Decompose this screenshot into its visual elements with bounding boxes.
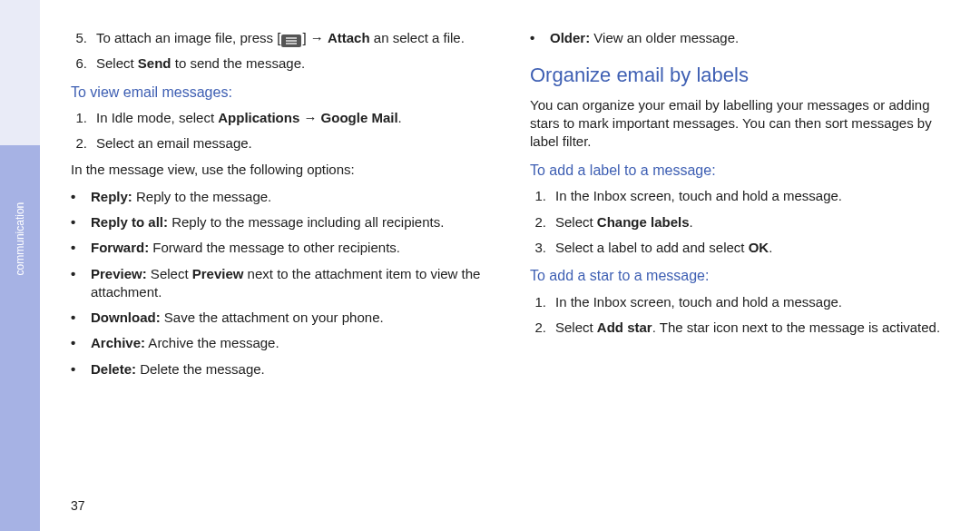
step-3: 3. Select a label to add and select OK. [530,239,953,257]
continued-steps-list: 5. To attach an image file, press [] → A… [71,29,494,74]
bold-text: Forward: [91,240,149,255]
text-frag: . The star icon next to the message is a… [652,320,940,335]
bold-text: Attach [328,30,370,45]
step-2: 2. Select Add star. The star icon next t… [530,319,953,337]
text-frag: . [398,110,402,125]
text-frag: Select [96,55,138,71]
list-item: • Download: Save the attachment on your … [71,309,494,327]
subheading-add-star: To add a star to a message: [530,266,953,286]
bold-text: Reply to all: [91,214,168,230]
text-frag: Save the attachment on your phone. [161,310,384,325]
label-steps-list: 1. In the Inbox screen, touch and hold a… [530,187,953,257]
star-steps-list: 1. In the Inbox screen, touch and hold a… [530,293,953,338]
list-text: Delete: Delete the message. [91,360,494,379]
step-1: 1. In the Inbox screen, touch and hold a… [530,293,953,311]
page-number: 37 [71,497,85,515]
step-number: 5. [71,29,87,47]
step-2: 2. Select an email message. [71,134,494,152]
text-frag: . [769,240,772,255]
bullet-icon: • [71,188,82,206]
bold-text: Older: [550,30,590,45]
bold-text: Add star [597,320,652,335]
bold-text: Preview: [91,266,147,281]
step-text: In Idle mode, select Applications → Goog… [96,109,494,127]
menu-icon [281,34,301,47]
step-text: Select Add star. The star icon next to t… [555,319,953,337]
text-frag: Select a label to add and select [555,240,749,255]
bullet-icon: • [530,29,541,47]
text-frag: To attach an image file, press [ [96,30,280,45]
step-number: 1. [530,293,546,311]
text-frag: Reply to the message including all recip… [168,214,444,230]
step-1: 1. In the Inbox screen, touch and hold a… [530,187,953,205]
bold-text: OK [749,240,769,255]
options-intro: In the message view, use the following o… [71,161,494,179]
list-item: • Delete: Delete the message. [71,360,494,379]
text-frag: Forward the message to other recipients. [149,240,400,255]
right-column: • Older: View an older message. Organize… [530,29,953,513]
step-text: In the Inbox screen, touch and hold a me… [555,293,953,311]
list-text: Archive: Archive the message. [91,334,494,352]
step-text: Select Send to send the message. [96,54,494,73]
text-frag: Select [147,266,192,281]
step-text: Select a label to add and select OK. [555,239,953,257]
list-text: Download: Save the attachment on your ph… [91,309,494,327]
bold-text: Delete: [91,361,136,377]
text-frag: . [690,214,693,230]
bullet-icon: • [71,213,82,231]
step-number: 1. [530,187,546,205]
organize-intro: You can organize your email by labelling… [530,96,953,152]
page-body: 5. To attach an image file, press [] → A… [71,29,953,513]
step-number: 2. [530,319,546,337]
text-frag: Archive the message. [145,335,279,350]
step-text: To attach an image file, press [] → Atta… [96,29,494,47]
options-list-cont: • Older: View an older message. [530,29,953,47]
list-text: Older: View an older message. [550,29,953,47]
side-tab-pale [0,0,40,145]
step-2: 2. Select Change labels. [530,213,953,231]
step-text: In the Inbox screen, touch and hold a me… [555,187,953,205]
bold-text: Send [138,55,172,71]
step-text: Select Change labels. [555,213,953,231]
subheading-view-messages: To view email messages: [71,83,494,103]
bold-text: Archive: [91,335,145,350]
side-tab-label: communication [13,202,27,276]
bullet-icon: • [71,334,82,352]
step-number: 2. [71,134,87,152]
view-steps-list: 1. In Idle mode, select Applications → G… [71,109,494,153]
heading-organize: Organize email by labels [530,62,953,89]
text-frag: Delete the message. [136,361,265,377]
text-frag: Select [555,214,597,230]
list-item: • Archive: Archive the message. [71,334,494,352]
bold-text: Download: [91,310,161,325]
bold-text: Preview [192,266,244,281]
text-frag: In Idle mode, select [96,110,218,125]
list-item: • Forward: Forward the message to other … [71,239,494,257]
bold-text: Change labels [597,214,690,230]
text-frag: Reply to the message. [132,189,271,204]
step-number: 1. [71,109,87,127]
step-5: 5. To attach an image file, press [] → A… [71,29,494,47]
bullet-icon: • [71,265,82,302]
list-item: • Older: View an older message. [530,29,953,47]
bullet-icon: • [71,360,82,379]
text-frag: to send the message. [172,55,306,71]
step-6: 6. Select Send to send the message. [71,54,494,73]
bold-text: Applications → Google Mail [218,110,397,125]
left-column: 5. To attach an image file, press [] → A… [71,29,494,513]
text-frag: Select [555,320,597,335]
list-text: Forward: Forward the message to other re… [91,239,494,257]
list-item: • Preview: Select Preview next to the at… [71,265,494,302]
text-frag: View an older message. [590,30,739,45]
step-number: 3. [530,239,546,257]
subheading-add-label: To add a label to a message: [530,161,953,181]
bullet-icon: • [71,239,82,257]
bold-text: Reply: [91,189,132,204]
list-text: Reply to all: Reply to the message inclu… [91,213,494,231]
bullet-icon: • [71,309,82,327]
side-tab: communication [0,0,40,531]
step-1: 1. In Idle mode, select Applications → G… [71,109,494,127]
list-item: • Reply to all: Reply to the message inc… [71,213,494,231]
step-text: Select an email message. [96,134,494,152]
step-number: 6. [71,54,87,73]
